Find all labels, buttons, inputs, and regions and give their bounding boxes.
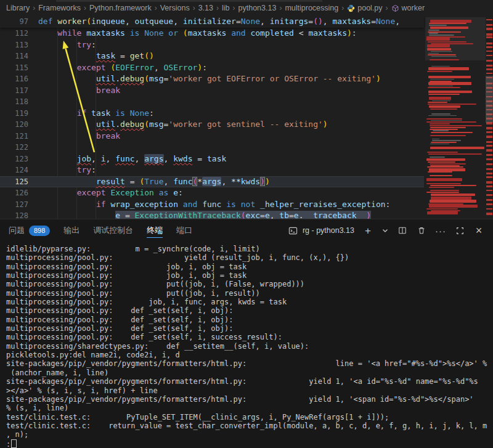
overview-ruler-mark [486,73,492,74]
code-line-113[interactable]: 113 try: [0,39,424,51]
new-terminal-icon[interactable]: + [362,225,373,236]
code-line-124[interactable]: 124 try: [0,165,424,176]
code-line-125[interactable]: 125 result = (True, func(*args, **kwds)) [0,176,424,188]
code-line-116[interactable]: 116 util.debug(msg='worker got EOFError … [0,73,424,85]
breadcrumb-item[interactable]: pool.py [347,4,382,12]
terminal-row: site-packages/pip/_vendor/pygments/forma… [6,377,493,386]
minimap-code-line [428,115,457,116]
terminal-row: (anchor_name, i, line) [6,369,493,377]
overview-ruler-mark [486,190,492,191]
code-line-118[interactable]: 118 [0,96,424,108]
code-line-123[interactable]: 123 job, i, func, args, kwds = task [0,153,424,165]
terminal-row: multiprocessing/pool.py: job, i, obj = t… [6,271,493,280]
minimap-match-highlight [428,104,476,105]
minimap-code-line [431,113,450,115]
minimap-match-highlight [426,208,458,210]
code-token: , [395,17,400,26]
breadcrumb-item[interactable]: python3.13 [238,4,277,12]
terminal-tab[interactable]: rg - python3.13 [288,225,354,236]
minimap-match-highlight [427,44,450,47]
terminal-row: pickletools.py:del name2i, code2i, i, d [6,351,493,359]
code-line-97[interactable]: 97def worker(inqueue, outqueue, initiali… [0,16,400,28]
overview-ruler-mark [486,194,492,196]
breadcrumb-item[interactable]: worker [391,4,425,12]
minimap-match-highlight [428,153,482,155]
scrollbar[interactable] [486,16,493,219]
overview-ruler-mark [486,158,492,160]
line-number: 112 [0,28,28,39]
code-line-115[interactable]: 115 except (EOFError, OSError): [0,62,424,74]
code-line-120[interactable]: 120 util.debug(msg='worker got sentinel … [0,119,424,131]
code-token: maxtasks [86,28,129,38]
minimap-match-highlight [431,193,475,197]
breadcrumb-item[interactable]: Python.framework [89,4,152,12]
code-line-119[interactable]: 119 if task is None: [0,108,424,120]
minimap-match-highlight [427,152,458,153]
line-number: 97 [0,16,28,28]
code-line-128[interactable]: 128 e = ExceptionWithTraceback(exc=e, tb… [0,210,424,219]
overview-ruler-mark [486,199,492,201]
sticky-scroll-line[interactable]: 97def worker(inqueue, outqueue, initiali… [0,16,424,28]
minimap-match-highlight [431,43,474,44]
split-terminal-icon[interactable] [397,225,408,236]
code-token: tb [279,211,289,219]
chevron-down-icon[interactable] [381,225,389,236]
breadcrumb-separator-icon: › [279,4,282,12]
panel-tab-item[interactable]: 输出 [63,220,79,241]
minimap-match-highlight [426,36,465,38]
code-editor[interactable]: 97def worker(inqueue, outqueue, initiali… [0,16,493,219]
terminal-output[interactable]: idlelib/pyparse.py: m = _synchre(code, i… [0,242,493,448]
panel-tabs: 问题898输出调试控制台终端端口 [0,220,192,241]
code-line-117[interactable]: 117 break [0,85,424,97]
breadcrumb-separator-icon: › [386,4,388,12]
overview-ruler-mark [486,213,492,215]
minimap-match-highlight [426,158,465,161]
kill-terminal-icon[interactable] [416,225,427,236]
code-line-122[interactable]: 122 [0,142,424,153]
panel-tab-item[interactable]: 调试控制台 [93,220,133,241]
minimap-match-highlight [430,147,484,150]
minimap-code-line [428,53,439,54]
code-token: , [106,154,116,163]
minimap-match-highlight [428,102,447,103]
panel-tab-item[interactable]: 问题898 [9,220,50,241]
breadcrumb-item[interactable]: 3.13 [198,4,213,12]
code-line-114[interactable]: 114 task = get() [0,51,424,62]
breadcrumb-item[interactable]: Frameworks [38,4,81,12]
breadcrumb-item[interactable]: Library [6,4,30,12]
minimap-match-highlight [428,203,463,205]
minimap-code-line [431,120,462,121]
line-number: 118 [0,96,28,108]
code-line-127[interactable]: 127 if wrap_exception and func is not _h… [0,199,424,211]
close-panel-icon[interactable]: × [473,225,484,236]
minimap-match-highlight [430,165,460,166]
panel-tab-active[interactable]: 终端 [147,220,163,241]
code-token: outqueue [135,17,174,26]
terminal-row: test/clinic.test.c: return_value = test_… [6,422,493,430]
code-token: = [120,211,134,219]
code-line-121[interactable]: 121 break [0,131,424,142]
code-token: e [173,188,178,197]
breadcrumb-item[interactable]: Versions [160,4,190,12]
code-token: e [294,211,299,219]
scrollbar-thumb[interactable] [486,76,493,123]
minimap[interactable] [425,16,486,219]
breadcrumb-item[interactable]: lib [222,4,230,12]
code-token: = [371,17,376,26]
code-line-126[interactable]: 126 except Exception as e: [0,187,424,199]
minimap-code-line [431,66,450,67]
code-token: util [96,74,115,83]
code-line-112[interactable]: 112 while maxtasks is None or (maxtasks … [0,28,424,39]
panel-tab-item[interactable]: 端口 [176,220,192,241]
code-token: : [91,165,96,174]
minimap-match-highlight [426,118,462,120]
maximize-panel-icon[interactable] [454,225,465,236]
overview-ruler-mark [486,19,492,20]
code-token: and [231,28,250,38]
code-token: __traceback__ [304,211,367,219]
minimap-match-highlight [430,81,452,82]
overview-ruler-mark [486,136,492,137]
more-actions-icon[interactable]: ··· [435,225,446,236]
breadcrumb-item[interactable]: multiprocessing [285,4,338,12]
code-lines: 112 while maxtasks is None or (maxtasks … [0,28,424,219]
